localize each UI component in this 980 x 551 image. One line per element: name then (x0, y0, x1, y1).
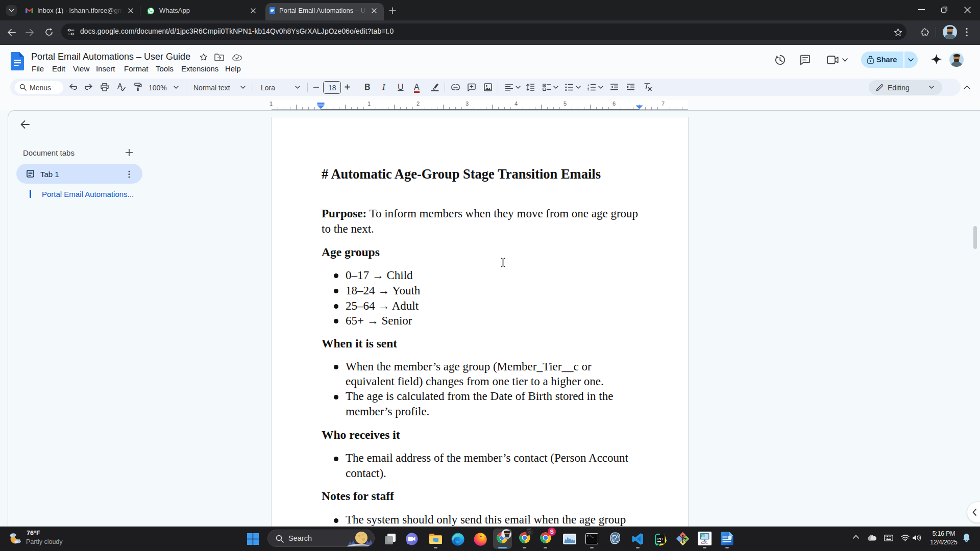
svg-text:C:\_: C:\_ (587, 535, 594, 538)
svg-text:GC: GC (702, 535, 705, 537)
svg-text:TaskPro: TaskPro (701, 542, 707, 544)
svg-text:PC: PC (657, 537, 663, 541)
